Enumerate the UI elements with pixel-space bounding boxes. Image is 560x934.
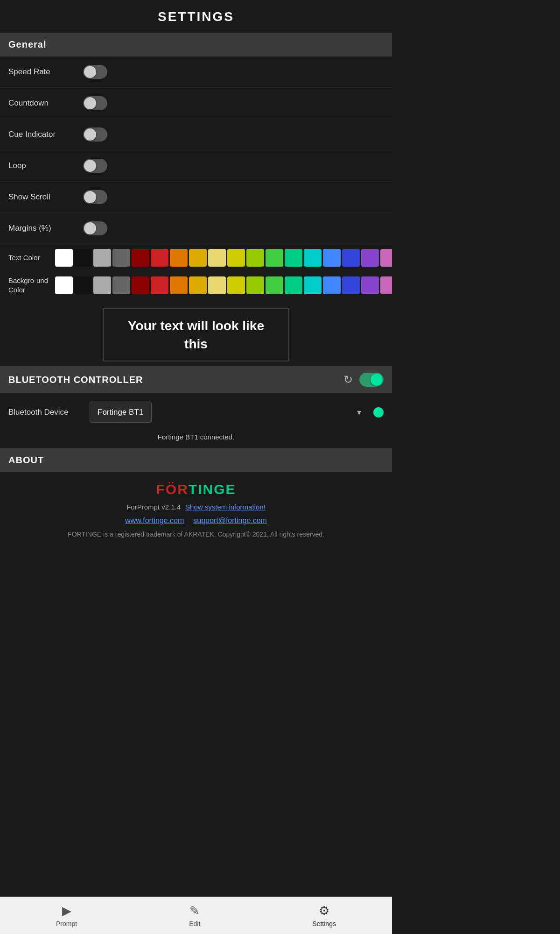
website-link[interactable]: www.fortinge.com <box>125 517 184 525</box>
about-links-row: www.fortinge.com support@fortinge.com <box>125 517 267 525</box>
bg-color-swatches <box>55 276 392 294</box>
color-swatch[interactable] <box>208 276 226 294</box>
version-text: ForPrompt v2.1.4 <box>126 503 181 511</box>
color-swatch[interactable] <box>132 249 149 267</box>
color-swatch[interactable] <box>208 249 226 267</box>
chevron-down-icon: ▾ <box>357 407 361 417</box>
countdown-toggle[interactable] <box>83 96 107 110</box>
about-content: FÖRTINGE ForPrompt v2.1.4 Show system in… <box>0 472 392 552</box>
color-swatch[interactable] <box>170 249 188 267</box>
color-swatch[interactable] <box>361 276 379 294</box>
bluetooth-device-row: Bluetooth Device Fortinge BT1 None ▾ <box>0 393 392 431</box>
bg-color-label: Backgro-und Color <box>8 276 55 294</box>
color-swatch[interactable] <box>227 276 245 294</box>
text-color-swatches <box>55 249 392 267</box>
color-swatch[interactable] <box>151 276 168 294</box>
bluetooth-header-right: ↻ <box>343 373 384 387</box>
bg-color-row: Backgro-und Color <box>0 271 392 299</box>
color-swatch[interactable] <box>151 249 168 267</box>
toggle-thumb <box>84 66 96 78</box>
bluetooth-title: BLUETOOTH CONTROLLER <box>8 375 143 385</box>
nav-item-prompt[interactable]: ▶ Prompt <box>47 900 86 931</box>
countdown-row: Countdown <box>0 88 392 119</box>
margins-row: Margins (%) <box>0 213 392 244</box>
edit-icon: ✎ <box>189 904 200 918</box>
nav-item-settings[interactable]: ⚙ Settings <box>303 900 345 931</box>
color-swatch[interactable] <box>246 249 264 267</box>
color-swatch[interactable] <box>246 276 264 294</box>
color-swatch[interactable] <box>227 249 245 267</box>
bt-status-text: Fortinge BT1 connected. <box>0 431 392 448</box>
color-swatch[interactable] <box>380 249 392 267</box>
color-swatch[interactable] <box>74 249 92 267</box>
logo-for: FÖR <box>156 481 189 497</box>
general-section-header: General <box>0 33 392 57</box>
nav-label-settings: Settings <box>312 920 336 927</box>
color-swatch[interactable] <box>380 276 392 294</box>
show-scroll-toggle[interactable] <box>83 190 107 204</box>
color-swatch[interactable] <box>323 249 341 267</box>
color-swatch[interactable] <box>285 249 302 267</box>
about-copyright: FORTINGE is a registered trademark of AK… <box>68 531 324 538</box>
countdown-label: Countdown <box>8 99 83 108</box>
color-swatch[interactable] <box>189 276 207 294</box>
cue-indicator-row: Cue Indicator <box>0 119 392 150</box>
color-swatch[interactable] <box>285 276 302 294</box>
loop-toggle[interactable] <box>83 159 107 173</box>
nav-item-edit[interactable]: ✎ Edit <box>180 900 210 931</box>
bottom-nav: ▶ Prompt ✎ Edit ⚙ Settings <box>0 897 392 934</box>
color-swatch[interactable] <box>323 276 341 294</box>
logo-tinge: TINGE <box>189 481 236 497</box>
color-swatch[interactable] <box>93 276 111 294</box>
cue-indicator-label: Cue Indicator <box>8 130 83 139</box>
margins-label: Margins (%) <box>8 224 83 233</box>
color-swatch[interactable] <box>304 249 322 267</box>
toggle-thumb <box>84 191 96 203</box>
nav-label-edit: Edit <box>189 920 200 927</box>
bt-device-select[interactable]: Fortinge BT1 None <box>90 402 152 423</box>
preview-container: Your text will look like this <box>0 299 392 366</box>
color-swatch[interactable] <box>170 276 188 294</box>
text-color-row: Text Color <box>0 244 392 271</box>
color-swatch[interactable] <box>55 249 73 267</box>
color-swatch[interactable] <box>55 276 73 294</box>
show-scroll-row: Show Scroll <box>0 182 392 213</box>
bt-connected-indicator <box>373 407 384 417</box>
email-link[interactable]: support@fortinge.com <box>193 517 267 525</box>
color-swatch[interactable] <box>266 276 283 294</box>
toggle-thumb <box>84 128 96 141</box>
toggle-thumb <box>84 160 96 172</box>
color-swatch[interactable] <box>342 276 360 294</box>
nav-label-prompt: Prompt <box>56 920 77 927</box>
speed-rate-toggle[interactable] <box>83 65 107 79</box>
about-section-header: ABOUT <box>0 448 392 472</box>
refresh-icon[interactable]: ↻ <box>343 373 353 386</box>
toggle-thumb <box>84 222 96 234</box>
loop-label: Loop <box>8 161 83 170</box>
color-swatch[interactable] <box>112 249 130 267</box>
color-swatch[interactable] <box>93 249 111 267</box>
color-swatch[interactable] <box>266 249 283 267</box>
bluetooth-toggle[interactable] <box>359 373 384 387</box>
toggle-thumb <box>84 97 96 109</box>
fortinge-logo: FÖRTINGE <box>156 481 236 497</box>
show-scroll-label: Show Scroll <box>8 192 83 202</box>
bluetooth-section-header: BLUETOOTH CONTROLLER ↻ <box>0 366 392 393</box>
color-swatch[interactable] <box>304 276 322 294</box>
bt-select-wrapper: Fortinge BT1 None ▾ <box>90 402 367 423</box>
color-swatch[interactable] <box>189 249 207 267</box>
color-swatch[interactable] <box>361 249 379 267</box>
color-swatch[interactable] <box>342 249 360 267</box>
color-swatch[interactable] <box>74 276 92 294</box>
preview-text-box: Your text will look like this <box>103 308 289 361</box>
speed-rate-row: Speed Rate <box>0 57 392 88</box>
cue-indicator-toggle[interactable] <box>83 127 107 142</box>
about-version: ForPrompt v2.1.4 Show system information… <box>126 503 266 511</box>
page-title: SETTINGS <box>0 0 392 33</box>
prompt-icon: ▶ <box>62 904 71 918</box>
margins-toggle[interactable] <box>83 221 107 235</box>
system-info-link[interactable]: Show system information! <box>185 503 266 511</box>
color-swatch[interactable] <box>112 276 130 294</box>
color-swatch[interactable] <box>132 276 149 294</box>
text-color-label: Text Color <box>8 253 55 262</box>
